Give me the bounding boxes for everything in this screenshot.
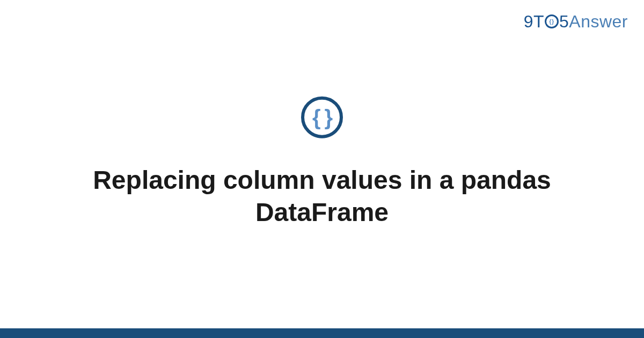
main-content: { } Replacing column values in a pandas … bbox=[0, 97, 644, 229]
logo-part-t: T bbox=[533, 12, 544, 31]
page-title: Replacing column values in a pandas Data… bbox=[80, 164, 564, 229]
logo-part-five: 5 bbox=[559, 12, 569, 31]
logo-part-answer: Answer bbox=[569, 12, 628, 31]
logo-circle-icon bbox=[545, 14, 559, 28]
footer-accent-bar bbox=[0, 328, 644, 338]
logo-part-nine: 9 bbox=[524, 12, 533, 31]
code-braces-icon: { } bbox=[312, 105, 332, 129]
category-icon-circle: { } bbox=[301, 97, 343, 138]
site-logo: 9T5Answer bbox=[524, 12, 628, 32]
